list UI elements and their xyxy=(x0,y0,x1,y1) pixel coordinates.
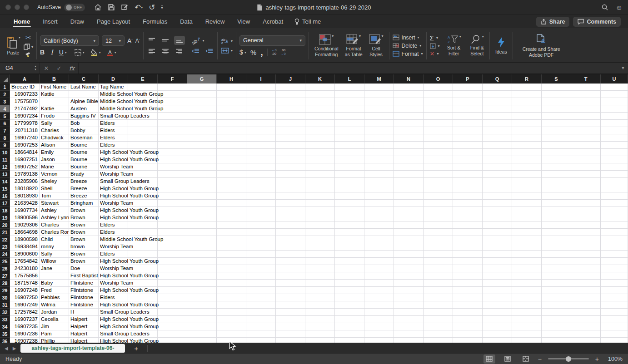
cell-H26[interactable] xyxy=(217,265,246,272)
cell-M3[interactable] xyxy=(364,98,394,105)
cell-N29[interactable] xyxy=(394,287,424,294)
cell-K16[interactable] xyxy=(305,192,335,200)
cell-D19[interactable]: High School Youth Group xyxy=(99,214,128,221)
cell-U7[interactable] xyxy=(601,127,628,134)
row-header-21[interactable]: 21 xyxy=(0,229,10,236)
cell-G14[interactable] xyxy=(187,178,217,185)
cell-U23[interactable] xyxy=(601,243,628,251)
cell-M18[interactable] xyxy=(364,207,394,214)
cell-K30[interactable] xyxy=(305,294,335,301)
cell-K29[interactable] xyxy=(305,287,335,294)
cell-U5[interactable] xyxy=(601,113,628,120)
cell-M17[interactable] xyxy=(364,200,394,207)
italic-button[interactable]: I xyxy=(50,49,53,56)
cell-I18[interactable] xyxy=(246,207,276,214)
home-icon[interactable] xyxy=(94,4,102,11)
cell-T13[interactable] xyxy=(571,171,601,178)
format-as-table-button[interactable]: ▾ Formatas Table xyxy=(343,33,365,58)
cell-R28[interactable] xyxy=(512,280,542,287)
cell-A31[interactable]: 16907249 xyxy=(10,301,40,309)
cell-I9[interactable] xyxy=(246,142,276,149)
cell-M15[interactable] xyxy=(364,185,394,192)
cell-R31[interactable] xyxy=(512,301,542,309)
cell-I25[interactable] xyxy=(246,258,276,265)
column-header-T[interactable]: T xyxy=(571,74,601,84)
cell-A14[interactable]: 23285906 xyxy=(10,178,40,185)
cell-P12[interactable] xyxy=(453,163,483,171)
cell-N23[interactable] xyxy=(394,243,424,251)
cell-A20[interactable]: 19029306 xyxy=(10,221,40,229)
cell-C14[interactable]: Breeze xyxy=(69,178,99,185)
cell-R14[interactable] xyxy=(512,178,542,185)
row-header-28[interactable]: 28 xyxy=(0,280,10,287)
cell-C15[interactable]: Breeze xyxy=(69,185,99,192)
cell-B7[interactable]: Charles xyxy=(40,127,69,134)
cell-K19[interactable] xyxy=(305,214,335,221)
cell-S25[interactable] xyxy=(542,258,571,265)
cell-O23[interactable] xyxy=(424,243,453,251)
cell-R7[interactable] xyxy=(512,127,542,134)
cell-C34[interactable]: Halpert xyxy=(69,323,99,330)
cell-C10[interactable]: Bourne xyxy=(69,149,99,156)
cell-C33[interactable]: Halpert xyxy=(69,316,99,323)
cell-D6[interactable]: Elders xyxy=(99,120,128,127)
cell-R12[interactable] xyxy=(512,163,542,171)
cell-E6[interactable] xyxy=(128,120,158,127)
delete-dropdown-icon[interactable]: ▾ xyxy=(419,44,421,48)
page-layout-view-button[interactable] xyxy=(502,354,513,364)
cell-D1[interactable]: Tag Name xyxy=(99,84,128,91)
cell-A30[interactable]: 16907250 xyxy=(10,294,40,301)
cell-K4[interactable] xyxy=(305,105,335,113)
cell-N34[interactable] xyxy=(394,323,424,330)
cell-G28[interactable] xyxy=(187,280,217,287)
column-header-J[interactable]: J xyxy=(276,74,305,84)
cell-N9[interactable] xyxy=(394,142,424,149)
cell-D23[interactable]: Worship Team xyxy=(99,243,128,251)
cell-A33[interactable]: 16907237 xyxy=(10,316,40,323)
format-as-table-dropdown-icon[interactable]: ▾ xyxy=(359,34,361,39)
cell-A5[interactable]: 16907234 xyxy=(10,113,40,120)
cell-B1[interactable]: First Name xyxy=(40,84,69,91)
cell-J5[interactable] xyxy=(276,113,305,120)
cell-O9[interactable] xyxy=(424,142,453,149)
row-header-5[interactable]: 5 xyxy=(0,113,10,120)
column-header-U[interactable]: U xyxy=(601,74,628,84)
cell-Q5[interactable] xyxy=(483,113,512,120)
cell-M31[interactable] xyxy=(364,301,394,309)
cell-D22[interactable]: Middle School Youth Group xyxy=(99,236,128,243)
cell-U24[interactable] xyxy=(601,251,628,258)
cell-K3[interactable] xyxy=(305,98,335,105)
cell-P18[interactable] xyxy=(453,207,483,214)
cell-A26[interactable]: 24230180 xyxy=(10,265,40,272)
cell-G2[interactable] xyxy=(187,91,217,98)
cell-C24[interactable]: Brown xyxy=(69,251,99,258)
cell-T4[interactable] xyxy=(571,105,601,113)
cut-icon[interactable]: ✂ xyxy=(24,34,33,42)
cell-B2[interactable]: Kattie xyxy=(40,91,69,98)
cell-J15[interactable] xyxy=(276,185,305,192)
cell-M21[interactable] xyxy=(364,229,394,236)
find-select-dropdown-icon[interactable]: ▾ xyxy=(482,34,484,39)
zoom-slider-knob[interactable] xyxy=(566,356,571,362)
cell-I36[interactable] xyxy=(246,338,276,343)
cell-S27[interactable] xyxy=(542,272,571,280)
cell-O17[interactable] xyxy=(424,200,453,207)
cell-J33[interactable] xyxy=(276,316,305,323)
cell-K27[interactable] xyxy=(305,272,335,280)
cell-B6[interactable]: Sally xyxy=(40,120,69,127)
cell-J24[interactable] xyxy=(276,251,305,258)
cell-K28[interactable] xyxy=(305,280,335,287)
cell-P11[interactable] xyxy=(453,156,483,163)
cell-H7[interactable] xyxy=(217,127,246,134)
cell-B26[interactable]: Jane xyxy=(40,265,69,272)
cell-K12[interactable] xyxy=(305,163,335,171)
cell-B4[interactable]: Kattie xyxy=(40,105,69,113)
cell-U27[interactable] xyxy=(601,272,628,280)
number-format-select[interactable]: General▾ xyxy=(239,35,305,46)
cell-O24[interactable] xyxy=(424,251,453,258)
cell-L30[interactable] xyxy=(335,294,364,301)
cell-B34[interactable]: Jim xyxy=(40,323,69,330)
font-size-select[interactable]: 12▾ xyxy=(102,35,125,46)
row-header-35[interactable]: 35 xyxy=(0,330,10,338)
cell-J13[interactable] xyxy=(276,171,305,178)
